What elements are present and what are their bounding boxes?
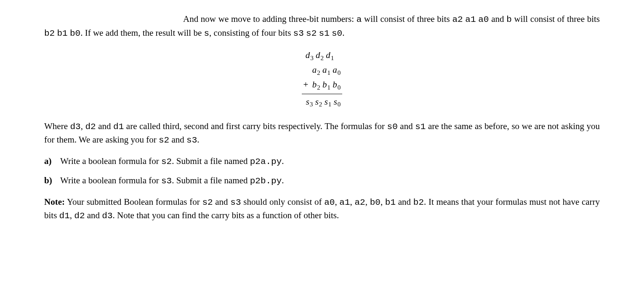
text: should only consist of <box>241 197 325 207</box>
sum-row: s3 s2 s1 s0 <box>302 94 343 110</box>
text: Where <box>44 121 70 131</box>
text: , consisting of four bits <box>209 28 293 38</box>
var-d1: d1 <box>113 122 124 132</box>
var-s0: s0 <box>332 29 342 38</box>
var-s2: s2 <box>161 157 172 166</box>
text: and <box>85 210 102 220</box>
text: and <box>169 135 186 145</box>
text: , <box>335 197 339 207</box>
var-b1: b1 <box>385 198 396 207</box>
question-list: a) Write a boolean formula for s2. Submi… <box>44 155 600 188</box>
var-s0: s0 <box>387 122 398 132</box>
text: . If we add them, the result will be <box>80 28 204 38</box>
var-s3: s3 <box>161 176 172 186</box>
var-d2: d2 <box>74 211 85 221</box>
operand-b-row: + b2 b1 b0 <box>302 78 343 92</box>
text: Write a boolean formula for <box>60 156 161 166</box>
question-a-body: Write a boolean formula for s2. Submit a… <box>60 155 600 169</box>
var-s2: s2 <box>202 198 213 207</box>
var-a1: a1 <box>339 198 350 207</box>
var-s2: s2 <box>159 135 169 145</box>
text: will consist of three bits <box>512 14 600 24</box>
text: and <box>213 197 231 207</box>
text: and <box>396 197 413 207</box>
text: . <box>282 156 284 166</box>
var-a0: a0 <box>324 198 335 207</box>
question-a: a) Write a boolean formula for s2. Submi… <box>44 155 600 169</box>
var-s2: s2 <box>306 29 317 38</box>
explanation-paragraph: Where d3, d2 and d1 are called third, se… <box>44 120 600 147</box>
text: . <box>342 28 344 38</box>
text: are called third, second and first carry… <box>124 121 387 131</box>
text: and <box>96 121 113 131</box>
addition-diagram: d3 d2 d1 a2 a1 a0 + b2 b1 b0 s3 s2 s1 s0 <box>44 48 600 110</box>
var-d3: d3 <box>102 211 112 221</box>
var-d1: d1 <box>59 211 70 221</box>
question-b-body: Write a boolean formula for s3. Submit a… <box>60 174 600 188</box>
var-a2: a2 <box>355 198 365 207</box>
question-a-label: a) <box>44 155 60 169</box>
text: and <box>398 121 415 131</box>
var-b1: b1 <box>57 29 67 38</box>
var-s: s <box>204 29 210 38</box>
text: . Note that you can find the carry bits … <box>113 210 339 220</box>
var-b2: b2 <box>44 29 55 38</box>
var-b2: b2 <box>413 198 424 207</box>
var-a: a <box>357 15 362 24</box>
question-b: b) Write a boolean formula for s3. Submi… <box>44 174 600 188</box>
var-a1: a1 <box>465 15 476 24</box>
var-s3: s3 <box>230 198 241 207</box>
filename: p2b.py <box>250 176 282 186</box>
intro-paragraph: And now we move to adding three-bit numb… <box>44 13 600 40</box>
note-label: Note: <box>44 197 65 207</box>
text: , <box>81 121 85 131</box>
filename: p2a.py <box>250 157 282 166</box>
var-b: b <box>506 15 512 24</box>
text: Your submitted Boolean formulas for <box>65 197 202 207</box>
var-s1: s1 <box>415 122 426 132</box>
question-b-label: b) <box>44 174 60 188</box>
text: Write a boolean formula for <box>60 175 161 185</box>
text: and <box>489 14 506 24</box>
plus-sign: + <box>303 79 309 90</box>
note-paragraph: Note: Your submitted Boolean formulas fo… <box>44 196 600 223</box>
text: . <box>282 175 284 185</box>
carry-bits-row: d3 d2 d1 <box>302 48 343 63</box>
text: . <box>197 135 199 145</box>
var-s3: s3 <box>293 29 304 38</box>
var-a2: a2 <box>452 15 463 24</box>
text: . Submit a file named <box>172 175 250 185</box>
text: will consist of three bits <box>362 14 452 24</box>
var-d2: d2 <box>85 122 96 132</box>
var-s3: s3 <box>186 135 197 145</box>
var-b0: b0 <box>70 29 80 38</box>
var-d3: d3 <box>70 122 81 132</box>
var-a0: a0 <box>478 15 489 24</box>
var-b0: b0 <box>370 198 381 207</box>
text: , <box>350 197 355 207</box>
text: , <box>70 210 75 220</box>
text: . Submit a file named <box>172 156 250 166</box>
text: , <box>365 197 370 207</box>
text: And now we move to adding three-bit numb… <box>183 14 357 24</box>
var-s1: s1 <box>319 29 330 38</box>
operand-a-row: a2 a1 a0 <box>302 63 343 78</box>
text: , <box>381 197 385 207</box>
